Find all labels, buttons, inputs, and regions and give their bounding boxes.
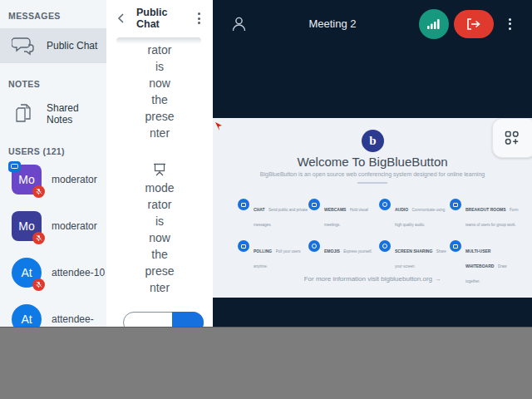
notes-section-label: NOTES	[8, 79, 106, 89]
avatar: Mo	[12, 165, 42, 195]
whiteboard-feature-icon	[450, 240, 461, 252]
muted-mic-badge-icon	[32, 185, 45, 198]
messages-section-label: MESSAGES	[8, 11, 106, 21]
polling-feature-icon	[238, 240, 249, 252]
slide-footer-link: For more information visit bigbluebutton…	[213, 275, 532, 283]
avatar: Mo	[12, 211, 42, 241]
chat-panel-title: Public Chat	[136, 7, 193, 30]
chat-bubbles-icon	[12, 35, 37, 57]
user-row-attendee-partial[interactable]: At attendee-	[0, 296, 106, 327]
slide-title: Welcome To BigBlueButton	[213, 155, 532, 169]
leave-meeting-icon	[466, 18, 481, 30]
layout-grid-plus-icon	[504, 130, 520, 146]
user-row-moderator-1[interactable]: Mo moderator	[0, 156, 106, 203]
back-chevron-icon[interactable]	[115, 12, 128, 25]
chat-message-presenter-1: rator is now the prese nter	[106, 42, 213, 141]
letterbox-filler	[0, 327, 532, 399]
muted-mic-badge-icon	[32, 232, 45, 244]
topbar-actions	[419, 0, 515, 47]
user-name: attendee-	[52, 313, 94, 325]
feature-webcams: WEBCAMS Hold visual meetings.	[308, 199, 379, 229]
options-menu-kebab-icon[interactable]	[504, 17, 515, 32]
audio-feature-icon	[379, 199, 391, 210]
presentation-whiteboard[interactable]: b Welcome To BigBlueButton BigBlueButton…	[213, 118, 532, 298]
chat-options-kebab-icon[interactable]	[193, 11, 204, 26]
breakout-rooms-feature-icon	[450, 199, 461, 210]
bigbluebutton-app: MESSAGES Public Chat NOTES Shared Notes	[0, 0, 532, 327]
sidebar-item-public-chat[interactable]: Public Chat	[0, 28, 106, 63]
meeting-top-bar: Meeting 2	[213, 0, 532, 47]
meeting-title: Meeting 2	[283, 17, 382, 30]
connection-status-button[interactable]	[419, 9, 449, 39]
send-message-button[interactable]	[172, 312, 204, 327]
bbb-logo: b	[362, 130, 384, 152]
feature-grid: CHAT Send public and private messages. W…	[238, 199, 520, 286]
webcams-feature-icon	[308, 199, 320, 210]
chat-messages[interactable]: rator is now the prese nter mode rator	[106, 42, 213, 296]
signal-bars-icon	[427, 18, 441, 30]
users-section-label: USERS (121)	[8, 146, 106, 156]
public-chat-panel: Public Chat rator is now the prese nter	[106, 0, 213, 327]
feature-breakout-rooms: BREAKOUT ROOMS Form teams of users for g…	[450, 199, 520, 229]
user-row-moderator-2[interactable]: Mo moderator	[0, 203, 106, 249]
feature-audio: AUDIO Communicate using high quality aud…	[379, 199, 450, 229]
sidebar-item-shared-notes[interactable]: Shared Notes	[0, 96, 106, 131]
user-name: attendee-10	[52, 267, 105, 278]
shared-notes-icon	[12, 103, 37, 125]
feature-chat: CHAT Send public and private messages.	[238, 199, 308, 229]
sidebar: MESSAGES Public Chat NOTES Shared Notes	[0, 0, 106, 327]
shared-notes-label: Shared Notes	[47, 102, 106, 126]
main-meeting-area: Meeting 2	[213, 0, 532, 327]
public-chat-label: Public Chat	[47, 40, 97, 52]
layout-options-button[interactable]	[492, 118, 532, 158]
user-name: moderator	[52, 174, 97, 185]
chat-message-presenter-2: mode rator is now the prese nter	[106, 163, 213, 296]
chat-feature-icon	[238, 199, 249, 210]
user-profile-icon[interactable]	[230, 15, 248, 32]
presenter-badge-icon	[8, 161, 21, 172]
avatar: At	[12, 258, 42, 288]
slide-subtitle: BigBlueButton is an open source web conf…	[213, 171, 532, 177]
chat-message-input[interactable]	[123, 312, 204, 327]
chat-header: Public Chat	[106, 3, 213, 33]
muted-mic-badge-icon	[32, 278, 45, 291]
user-row-attendee-10[interactable]: At attendee-10	[0, 249, 106, 296]
leave-meeting-button[interactable]	[454, 10, 494, 38]
presentation-screen-icon	[106, 163, 213, 178]
emojis-feature-icon	[308, 240, 320, 252]
screen-sharing-feature-icon	[379, 240, 391, 252]
user-name: moderator	[52, 220, 97, 232]
whiteboard-pointer-cursor	[214, 120, 223, 135]
slide-divider	[357, 182, 387, 184]
avatar: At	[12, 304, 42, 327]
